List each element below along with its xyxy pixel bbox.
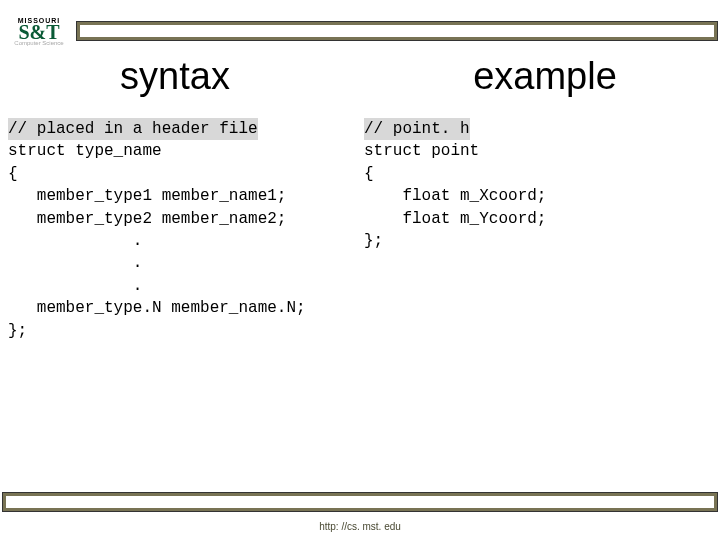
code-syntax: // placed in a header file struct type_n… (8, 118, 358, 342)
logo-sub-text: Computer Science (14, 40, 63, 46)
logo: MISSOURI S&T Computer Science (2, 10, 76, 52)
code-syntax-comment: // placed in a header file (8, 118, 258, 140)
heading-example: example (380, 55, 720, 98)
code-columns: // placed in a header file struct type_n… (8, 118, 712, 342)
heading-syntax: syntax (0, 55, 380, 98)
code-syntax-body: struct type_name { member_type1 member_n… (8, 142, 306, 339)
top-decor-bar-inner (80, 25, 714, 37)
code-example: // point. h struct point { float m_Xcoor… (358, 118, 712, 342)
code-example-comment: // point. h (364, 118, 470, 140)
slide: MISSOURI S&T Computer Science syntax exa… (0, 0, 720, 540)
headings-row: syntax example (0, 55, 720, 98)
logo-main-text: S&T (18, 24, 59, 40)
footer-bar-row (2, 492, 718, 512)
header-bar-row: MISSOURI S&T Computer Science (2, 10, 718, 52)
top-decor-bar (76, 21, 718, 41)
bottom-decor-bar-inner (6, 496, 714, 508)
footer-url: http: //cs. mst. edu (0, 521, 720, 532)
code-example-body: struct point { float m_Xcoord; float m_Y… (364, 142, 546, 250)
bottom-decor-bar (2, 492, 718, 512)
